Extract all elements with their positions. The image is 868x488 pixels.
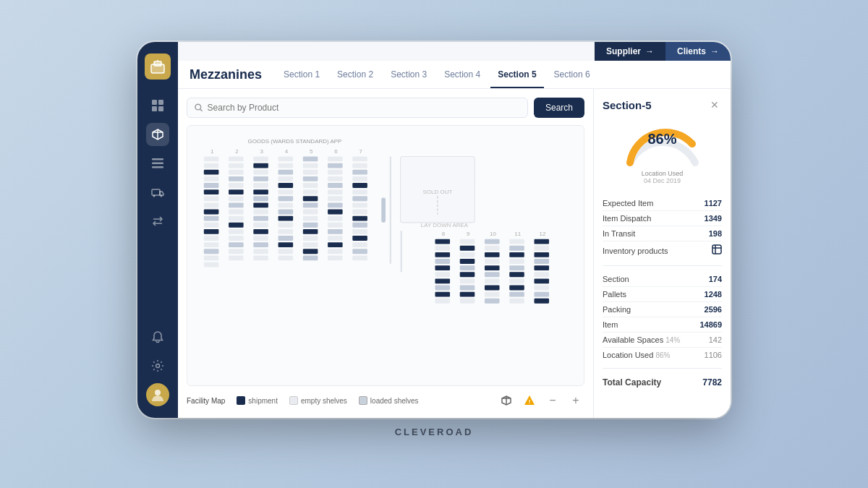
svg-rect-1 — [154, 61, 161, 66]
svg-rect-13 — [152, 189, 160, 195]
svg-rect-85 — [278, 210, 294, 215]
gauge-center: 86% — [647, 131, 676, 147]
svg-rect-177 — [485, 272, 500, 277]
svg-rect-34 — [204, 196, 219, 201]
svg-rect-171 — [460, 299, 475, 304]
tab-section3[interactable]: Section 3 — [383, 67, 434, 82]
supplier-arrow-icon: → — [645, 46, 654, 56]
svg-rect-174 — [485, 252, 500, 257]
facility-map: GOODS (WARDS STANDARD) APP 1 2 3 4 5 6 7 — [187, 125, 584, 386]
svg-text:11: 11 — [514, 231, 521, 237]
svg-rect-71 — [253, 223, 268, 228]
svg-rect-56 — [229, 229, 244, 234]
svg-rect-101 — [303, 210, 318, 215]
svg-rect-186 — [509, 265, 524, 270]
svg-rect-46 — [229, 163, 244, 168]
clients-button[interactable]: Clients → — [665, 42, 731, 61]
item-dispatch-value: 1349 — [705, 214, 722, 223]
svg-rect-199 — [535, 286, 550, 291]
tab-section1[interactable]: Section 1 — [276, 67, 327, 82]
search-bar: Search — [187, 98, 584, 118]
available-spaces-label: Available Spaces 14% — [603, 335, 680, 344]
location-used-label: Location Used 86% — [603, 351, 670, 359]
svg-rect-72 — [253, 229, 268, 234]
svg-rect-76 — [253, 256, 268, 261]
grid-nav-icon[interactable] — [146, 94, 169, 117]
svg-rect-62 — [253, 163, 268, 168]
list-nav-icon[interactable] — [146, 152, 169, 175]
svg-rect-52 — [229, 202, 244, 207]
zoom-in-icon[interactable]: + — [567, 392, 584, 409]
svg-rect-42 — [204, 249, 219, 254]
svg-rect-81 — [278, 183, 294, 188]
zoom-out-icon[interactable]: − — [544, 392, 561, 409]
svg-rect-152 — [435, 239, 451, 244]
svg-rect-58 — [229, 242, 244, 247]
truck-nav-icon[interactable] — [146, 181, 169, 204]
svg-rect-162 — [460, 239, 475, 244]
stat-packing: Packing 2596 — [603, 302, 722, 317]
inventory-icon[interactable] — [712, 244, 722, 257]
svg-rect-167 — [460, 272, 475, 277]
tab-section2[interactable]: Section 2 — [330, 67, 380, 82]
search-input[interactable] — [208, 103, 520, 113]
tab-section5[interactable]: Section 5 — [490, 67, 543, 82]
svg-line-19 — [200, 109, 203, 111]
svg-rect-65 — [253, 183, 268, 188]
svg-rect-139 — [352, 249, 367, 254]
svg-rect-196 — [535, 265, 550, 270]
svg-rect-153 — [435, 246, 451, 251]
avatar[interactable] — [146, 383, 169, 406]
gauge-wrap: 86% — [619, 119, 706, 170]
svg-text:GOODS (WARDS STANDARD) APP: GOODS (WARDS STANDARD) APP — [247, 138, 341, 145]
svg-rect-82 — [278, 189, 294, 194]
svg-rect-166 — [460, 265, 475, 270]
svg-rect-79 — [278, 170, 294, 175]
svg-rect-118 — [328, 216, 343, 221]
svg-rect-183 — [509, 246, 524, 251]
search-button[interactable]: Search — [534, 98, 584, 118]
stat-section: Section 174 — [603, 272, 722, 287]
svg-rect-120 — [328, 229, 343, 234]
tab-section4[interactable]: Section 4 — [437, 67, 488, 82]
stat-item-dispatch: Item Dispatch 1349 — [603, 211, 722, 226]
search-input-wrap[interactable] — [187, 98, 528, 118]
sidebar — [137, 42, 178, 418]
svg-rect-84 — [278, 202, 294, 207]
svg-rect-160 — [435, 292, 451, 297]
svg-rect-80 — [278, 176, 294, 181]
svg-text:1: 1 — [210, 148, 214, 155]
stats-group1: Expected Item 1127 Item Dispatch 1349 In… — [603, 196, 722, 260]
settings-icon[interactable] — [146, 354, 169, 377]
svg-rect-115 — [328, 196, 343, 201]
svg-rect-113 — [328, 183, 343, 188]
panel-header: Section-5 ✕ — [603, 98, 722, 112]
svg-rect-159 — [435, 286, 451, 291]
transfer-nav-icon[interactable] — [146, 210, 169, 233]
svg-rect-185 — [509, 259, 524, 264]
panel-title: Section-5 — [603, 99, 652, 111]
map-3d-icon[interactable] — [498, 392, 515, 409]
empty-legend-icon — [289, 396, 298, 405]
close-button[interactable]: ✕ — [707, 98, 722, 112]
svg-rect-94 — [303, 163, 318, 168]
svg-rect-175 — [485, 259, 500, 264]
svg-rect-157 — [435, 272, 451, 277]
svg-rect-126 — [352, 163, 367, 168]
supplier-button[interactable]: Supplier → — [595, 42, 665, 61]
stat-location-used: Location Used 86% 1106 — [603, 348, 722, 362]
bell-icon[interactable] — [146, 325, 169, 348]
svg-rect-131 — [352, 196, 367, 201]
svg-rect-49 — [229, 183, 244, 188]
tab-section6[interactable]: Section 6 — [547, 67, 597, 82]
svg-rect-201 — [535, 299, 550, 304]
svg-rect-202 — [381, 198, 386, 223]
svg-rect-60 — [229, 256, 244, 261]
svg-rect-180 — [485, 292, 500, 297]
box-nav-icon[interactable] — [146, 123, 169, 146]
svg-rect-37 — [204, 216, 219, 221]
svg-rect-163 — [460, 246, 475, 251]
svg-rect-83 — [278, 196, 294, 201]
warning-icon[interactable]: ! — [521, 392, 538, 409]
logo-icon[interactable] — [145, 53, 171, 80]
